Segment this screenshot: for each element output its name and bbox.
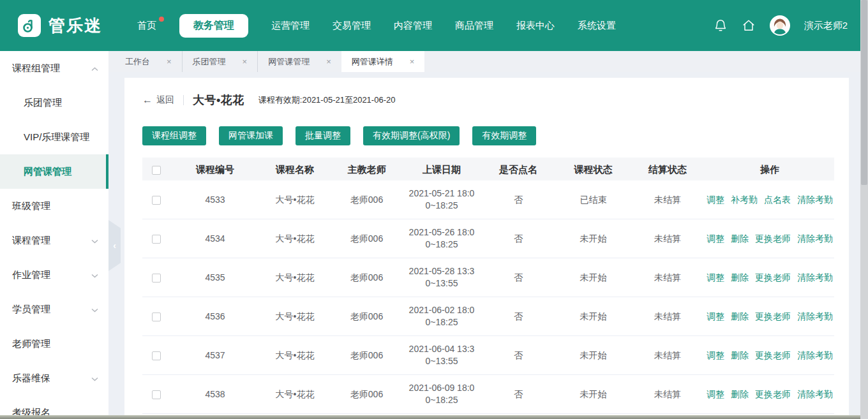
- action-link-2[interactable]: 删除: [731, 272, 749, 284]
- sidebar-item-online-course-mgmt[interactable]: 网管课管理: [0, 154, 108, 189]
- add-online-class-button[interactable]: 网管课加课: [219, 126, 283, 145]
- action-link-3[interactable]: 点名表: [764, 194, 791, 206]
- chevron-down-icon: [91, 292, 98, 327]
- scrollbar-thumb[interactable]: [861, 0, 867, 185]
- course-group-adjust-button[interactable]: 课程组调整: [142, 126, 206, 145]
- sidebar-item-orchestra-mgmt[interactable]: 乐团管理: [0, 85, 108, 120]
- close-icon[interactable]: ×: [167, 57, 172, 66]
- validity-adjust-privileged-button[interactable]: 有效期调整(高权限): [363, 126, 460, 145]
- action-link-3[interactable]: 更换老师: [755, 349, 791, 362]
- action-link-3[interactable]: 更换老师: [755, 272, 791, 284]
- divider: [183, 95, 184, 105]
- avatar[interactable]: [770, 15, 790, 36]
- sidebar-item-teacher-mgmt[interactable]: 老师管理: [0, 327, 108, 361]
- tab-online-course-detail[interactable]: 网管课详情 ×: [341, 51, 425, 72]
- nav-transactions[interactable]: 交易管理: [333, 20, 371, 32]
- course-status: 已结束: [557, 194, 630, 206]
- action-link-2[interactable]: 删除: [731, 233, 749, 245]
- sidebar-item-homework-mgmt[interactable]: 作业管理: [0, 258, 108, 292]
- action-link-1[interactable]: 调整: [707, 388, 724, 401]
- rollcall-flag: 否: [480, 194, 557, 206]
- detail-card: ← 返回 大号•花花 课程有效期:2021-05-21至2021-06-20 课…: [124, 78, 849, 419]
- row-checkbox[interactable]: [152, 390, 161, 399]
- course-validity: 课程有效期:2021-05-21至2021-06-20: [258, 94, 396, 106]
- page-scrollbar[interactable]: [860, 0, 868, 419]
- tab-orchestra-mgmt[interactable]: 乐团管理 ×: [182, 51, 258, 72]
- table-row: 4535 大号•花花 老师006 2021-05-28 13:3 0~13:55…: [142, 258, 834, 297]
- table-row: 4536 大号•花花 老师006 2021-06-02 18:0 0~18:25…: [142, 297, 834, 336]
- select-all-checkbox[interactable]: [152, 166, 161, 175]
- top-bar: 管乐迷 首页 教务管理 运营管理 交易管理 内容管理 商品管理 报表中心 系统设…: [0, 0, 860, 51]
- action-link-2[interactable]: 删除: [731, 388, 749, 401]
- course-status: 未开始: [557, 233, 630, 245]
- nav-settings[interactable]: 系统设置: [578, 20, 616, 32]
- action-link-4[interactable]: 清除考勤: [797, 194, 833, 206]
- nav-home[interactable]: 首页: [137, 20, 156, 32]
- row-checkbox[interactable]: [152, 351, 161, 360]
- action-link-3[interactable]: 更换老师: [755, 233, 791, 245]
- class-date: 2021-05-26 18:0 0~18:25: [403, 226, 480, 251]
- table-row: 4534 大号•花花 老师006 2021-05-26 18:0 0~18:25…: [142, 219, 834, 258]
- tab-online-course-mgmt[interactable]: 网管课管理 ×: [257, 51, 341, 72]
- top-right-cluster: 演示老师2: [714, 15, 860, 36]
- action-link-3[interactable]: 更换老师: [755, 388, 791, 401]
- sidebar-item-course-mgmt[interactable]: 课程管理: [0, 223, 108, 258]
- close-icon[interactable]: ×: [326, 57, 331, 66]
- action-link-2[interactable]: 删除: [731, 349, 749, 362]
- username[interactable]: 演示老师2: [804, 20, 848, 32]
- action-link-3[interactable]: 更换老师: [755, 311, 791, 323]
- sidebar-item-course-group-mgmt[interactable]: 课程组管理: [0, 51, 108, 85]
- rollcall-flag: 否: [480, 233, 557, 245]
- nav-reports[interactable]: 报表中心: [516, 20, 555, 32]
- tab-workbench[interactable]: 工作台 ×: [115, 51, 182, 72]
- back-button[interactable]: ← 返回: [142, 94, 174, 106]
- course-name: 大号•花花: [260, 194, 330, 206]
- row-checkbox[interactable]: [152, 196, 161, 205]
- teacher-name: 老师006: [330, 233, 403, 245]
- row-actions: 调整 删除 更换老师 清除考勤: [705, 388, 834, 401]
- col-course-name: 课程名称: [260, 163, 330, 175]
- nav-operations[interactable]: 运营管理: [271, 20, 310, 32]
- action-link-2[interactable]: 删除: [731, 311, 749, 323]
- home-icon[interactable]: [742, 18, 756, 33]
- close-icon[interactable]: ×: [243, 57, 248, 66]
- batch-adjust-button[interactable]: 批量调整: [296, 126, 350, 145]
- action-link-1[interactable]: 调整: [707, 311, 724, 323]
- class-date: 2021-05-21 18:0 0~18:25: [403, 187, 480, 212]
- top-nav: 首页 教务管理 运营管理 交易管理 内容管理 商品管理 报表中心 系统设置: [137, 14, 616, 38]
- action-link-4[interactable]: 清除考勤: [797, 311, 833, 323]
- row-checkbox[interactable]: [152, 274, 161, 283]
- row-checkbox[interactable]: [152, 312, 161, 321]
- action-link-1[interactable]: 调整: [707, 194, 724, 206]
- nav-goods[interactable]: 商品管理: [455, 20, 493, 32]
- close-icon[interactable]: ×: [410, 57, 415, 66]
- bell-icon[interactable]: [714, 18, 728, 33]
- validity-adjust-button[interactable]: 有效期调整: [472, 126, 536, 145]
- sidebar-item-instrument-maintenance[interactable]: 乐器维保: [0, 361, 108, 395]
- action-link-1[interactable]: 调整: [707, 349, 724, 362]
- teacher-name: 老师006: [330, 311, 403, 323]
- chevron-up-icon: [91, 51, 98, 85]
- action-link-1[interactable]: 调整: [707, 272, 724, 284]
- app-title: 管乐迷: [49, 15, 102, 37]
- action-link-4[interactable]: 清除考勤: [797, 233, 833, 245]
- sidebar-item-vip-theory-mgmt[interactable]: VIP/乐理课管理: [0, 120, 108, 154]
- nav-academic[interactable]: 教务管理: [179, 14, 248, 38]
- action-link-4[interactable]: 清除考勤: [797, 388, 833, 401]
- row-checkbox[interactable]: [152, 235, 161, 244]
- sidebar-item-class-mgmt[interactable]: 班级管理: [0, 189, 108, 223]
- action-link-4[interactable]: 清除考勤: [797, 272, 833, 284]
- action-link-4[interactable]: 清除考勤: [797, 349, 833, 362]
- action-link-2[interactable]: 补考勤: [731, 194, 758, 206]
- nav-content[interactable]: 内容管理: [394, 20, 432, 32]
- col-teacher: 主教老师: [330, 163, 403, 175]
- brand: 管乐迷: [0, 14, 137, 37]
- settlement-status: 未结算: [630, 388, 705, 401]
- table-header-row: 课程编号 课程名称 主教老师 上课日期 是否点名 课程状态 结算状态 操作: [142, 158, 834, 180]
- sidebar-item-student-mgmt[interactable]: 学员管理: [0, 292, 108, 327]
- row-actions: 调整 补考勤 点名表 清除考勤: [705, 194, 834, 206]
- action-link-1[interactable]: 调整: [707, 233, 724, 245]
- sidebar-collapse-handle[interactable]: ‹: [108, 220, 121, 271]
- detail-header: ← 返回 大号•花花 课程有效期:2021-05-21至2021-06-20: [142, 92, 831, 108]
- course-id: 4536: [170, 311, 260, 323]
